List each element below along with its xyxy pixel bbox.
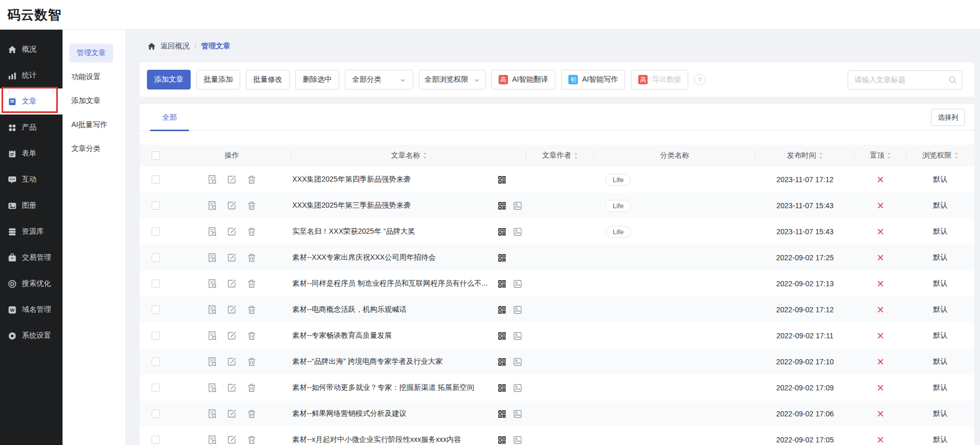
article-title[interactable]: 素材--专家畅谈教育高质量发展 xyxy=(292,331,498,340)
batch-edit-button[interactable]: 批量修改 xyxy=(246,70,290,90)
top-status-x-icon[interactable] xyxy=(854,219,907,245)
image-icon[interactable] xyxy=(513,306,522,314)
sidebar-item-域名管理[interactable]: W 域名管理 xyxy=(0,297,63,323)
image-icon[interactable] xyxy=(513,358,522,366)
breadcrumb-back-link[interactable]: 返回概况 xyxy=(160,42,190,51)
edit-icon[interactable] xyxy=(227,435,237,445)
article-title[interactable]: 素材--电商概念活跃，机构乐观喊话 xyxy=(292,305,498,314)
sidebar-item-资源库[interactable]: 资源库 xyxy=(0,219,63,245)
qrcode-icon[interactable] xyxy=(498,175,506,184)
ai-translate-button[interactable]: 高 AI智能翻译 xyxy=(491,70,555,90)
search-input[interactable] xyxy=(848,70,962,90)
delete-selected-button[interactable]: 删除选中 xyxy=(295,70,339,90)
qrcode-icon[interactable] xyxy=(498,384,506,392)
top-status-x-icon[interactable] xyxy=(854,375,907,401)
preview-icon[interactable] xyxy=(207,278,217,289)
delete-icon[interactable] xyxy=(246,357,257,367)
row-checkbox[interactable] xyxy=(152,410,160,418)
image-icon[interactable] xyxy=(513,279,522,288)
sort-caret-icon[interactable] xyxy=(423,151,427,160)
top-status-x-icon[interactable] xyxy=(854,349,907,375)
add-article-button[interactable]: 添加文章 xyxy=(147,70,191,90)
batch-add-button[interactable]: 批量添加 xyxy=(196,70,240,90)
sort-caret-icon[interactable] xyxy=(574,151,578,160)
edit-icon[interactable] xyxy=(227,226,237,237)
sort-caret-icon[interactable] xyxy=(954,151,959,160)
row-checkbox[interactable] xyxy=(152,201,160,210)
article-title[interactable]: XXX集团2025年第三季新品强势来袭 xyxy=(292,201,498,210)
preview-icon[interactable] xyxy=(207,304,217,315)
qrcode-icon[interactable] xyxy=(498,253,506,262)
delete-icon[interactable] xyxy=(246,330,257,341)
row-checkbox[interactable] xyxy=(152,384,160,392)
sort-caret-icon[interactable] xyxy=(818,151,823,160)
edit-icon[interactable] xyxy=(227,409,237,419)
sidebar-item-互动[interactable]: 互动 xyxy=(0,167,63,193)
image-icon[interactable] xyxy=(513,384,522,392)
article-title[interactable]: 素材--鲜果网络营销模式分析及建议 xyxy=(292,409,498,418)
image-icon[interactable] xyxy=(513,201,522,210)
qrcode-icon[interactable] xyxy=(498,436,506,444)
delete-icon[interactable] xyxy=(246,252,257,263)
sidebar-item-搜索优化[interactable]: 搜索优化 xyxy=(0,271,63,297)
sidebar-item-图册[interactable]: 图册 xyxy=(0,193,63,219)
sort-caret-icon[interactable] xyxy=(887,151,891,160)
image-icon[interactable] xyxy=(513,227,522,236)
delete-icon[interactable] xyxy=(246,304,257,315)
top-status-x-icon[interactable] xyxy=(854,323,907,349)
perm-filter-select[interactable]: 全部浏览权限 xyxy=(419,70,486,90)
top-status-x-icon[interactable] xyxy=(854,401,907,427)
qrcode-icon[interactable] xyxy=(498,410,506,418)
article-title[interactable]: 素材--“品牌出海” 跨境电商专家学者及行业大家 xyxy=(292,357,498,366)
article-title[interactable]: 素材--x月起对中小微企业实行阶段性xxx服务xxx内容 xyxy=(292,435,498,444)
preview-icon[interactable] xyxy=(207,409,217,419)
header-name[interactable]: 文章名称 xyxy=(292,145,526,167)
preview-icon[interactable] xyxy=(207,330,217,341)
image-icon[interactable] xyxy=(513,332,522,340)
preview-icon[interactable] xyxy=(207,174,217,185)
row-checkbox[interactable] xyxy=(152,227,160,236)
row-checkbox[interactable] xyxy=(152,175,160,184)
delete-icon[interactable] xyxy=(246,174,257,185)
qrcode-icon[interactable] xyxy=(498,306,506,314)
row-checkbox[interactable] xyxy=(152,306,160,314)
qrcode-icon[interactable] xyxy=(498,227,506,236)
article-title[interactable]: 素材--如何带动更多就业？专家：挖掘新渠道 拓展新空间 xyxy=(292,383,498,392)
article-title[interactable]: 素材--同样是程序员 制造业程序员和互联网程序员有什么不... xyxy=(292,279,498,288)
edit-icon[interactable] xyxy=(227,252,237,263)
subsidebar-item-管理文章[interactable]: 管理文章 xyxy=(63,41,125,65)
top-status-x-icon[interactable] xyxy=(854,193,907,219)
edit-icon[interactable] xyxy=(227,278,237,289)
sidebar-item-系统设置[interactable]: 系统设置 xyxy=(0,323,63,349)
top-status-x-icon[interactable] xyxy=(854,427,907,445)
row-checkbox[interactable] xyxy=(152,279,160,288)
preview-icon[interactable] xyxy=(207,435,217,445)
article-title[interactable]: XXX集团2025年第四季新品强势来袭 xyxy=(292,175,498,184)
sidebar-item-交易管理[interactable]: 交易管理 xyxy=(0,245,63,271)
delete-icon[interactable] xyxy=(246,200,257,211)
subsidebar-item-文章分类[interactable]: 文章分类 xyxy=(63,137,125,161)
edit-icon[interactable] xyxy=(227,330,237,341)
select-all-checkbox[interactable] xyxy=(152,151,160,160)
column-select-button[interactable]: 选择列 xyxy=(931,109,965,126)
delete-icon[interactable] xyxy=(246,278,257,289)
delete-icon[interactable] xyxy=(246,435,257,445)
preview-icon[interactable] xyxy=(207,226,217,237)
edit-icon[interactable] xyxy=(227,357,237,367)
qrcode-icon[interactable] xyxy=(498,279,506,288)
image-icon[interactable] xyxy=(513,436,522,444)
qrcode-icon[interactable] xyxy=(498,358,506,366)
sidebar-item-概况[interactable]: 概况 xyxy=(0,36,63,62)
sidebar-item-表单[interactable]: 表单 xyxy=(0,141,63,167)
subsidebar-item-功能设置[interactable]: 功能设置 xyxy=(63,65,125,89)
help-icon[interactable]: ? xyxy=(694,74,705,85)
edit-icon[interactable] xyxy=(227,174,237,185)
header-perm[interactable]: 浏览权限 xyxy=(907,145,974,167)
sidebar-item-统计[interactable]: 统计 xyxy=(0,62,63,88)
header-date[interactable]: 发布时间 xyxy=(755,145,854,167)
subsidebar-item-AI批量写作[interactable]: AI批量写作 xyxy=(63,113,125,137)
delete-icon[interactable] xyxy=(246,409,257,419)
edit-icon[interactable] xyxy=(227,383,237,393)
top-status-x-icon[interactable] xyxy=(854,297,907,323)
top-status-x-icon[interactable] xyxy=(854,245,907,271)
